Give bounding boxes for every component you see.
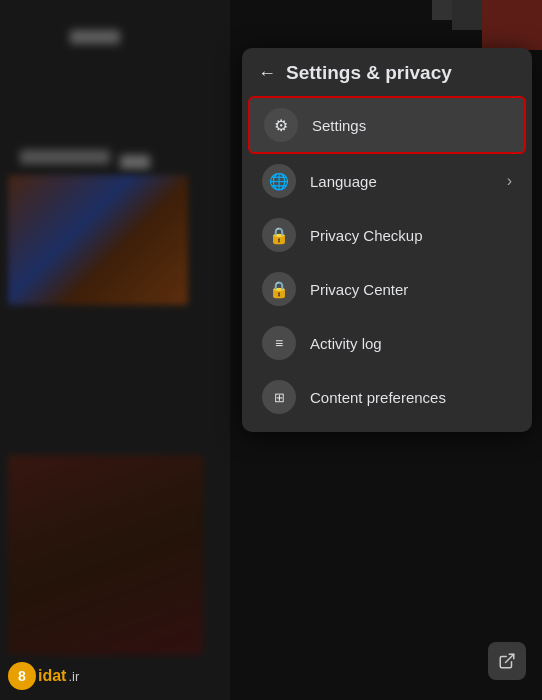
back-button[interactable]: ←: [258, 64, 276, 82]
svg-line-0: [506, 654, 514, 662]
privacy-checkup-icon: 🔒: [262, 218, 296, 252]
menu-item-settings[interactable]: ⚙ Settings: [248, 96, 526, 154]
logo-icon: 8: [8, 662, 36, 690]
language-label: Language: [310, 173, 493, 190]
content-preferences-label: Content preferences: [310, 389, 512, 406]
panel-header: ← Settings & privacy: [242, 48, 532, 96]
logo-name: idat: [38, 667, 66, 685]
panel-title: Settings & privacy: [286, 62, 452, 84]
chevron-right-icon: ›: [507, 172, 512, 190]
menu-item-content-preferences[interactable]: ⊞ Content preferences: [248, 370, 526, 424]
privacy-center-icon: 🔒: [262, 272, 296, 306]
privacy-center-label: Privacy Center: [310, 281, 512, 298]
activity-log-icon: ≡: [262, 326, 296, 360]
settings-icon: ⚙: [264, 108, 298, 142]
logo-domain: .ir: [68, 669, 79, 684]
watermark-logo: 8 idat .ir: [8, 662, 79, 690]
privacy-checkup-label: Privacy Checkup: [310, 227, 512, 244]
menu-item-privacy-checkup[interactable]: 🔒 Privacy Checkup: [248, 208, 526, 262]
settings-label: Settings: [312, 117, 510, 134]
menu-item-language[interactable]: 🌐 Language ›: [248, 154, 526, 208]
language-icon: 🌐: [262, 164, 296, 198]
activity-log-label: Activity log: [310, 335, 512, 352]
share-icon: [498, 652, 516, 670]
share-button[interactable]: [488, 642, 526, 680]
settings-privacy-panel: ← Settings & privacy ⚙ Settings 🌐 Langua…: [242, 48, 532, 432]
menu-item-activity-log[interactable]: ≡ Activity log: [248, 316, 526, 370]
menu-item-privacy-center[interactable]: 🔒 Privacy Center: [248, 262, 526, 316]
content-preferences-icon: ⊞: [262, 380, 296, 414]
